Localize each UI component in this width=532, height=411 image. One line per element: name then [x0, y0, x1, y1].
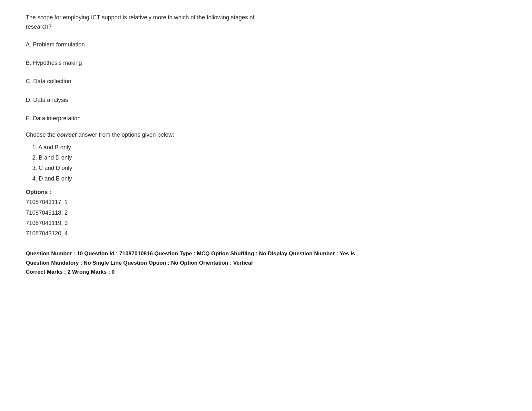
option-code-2: 71087043118. 2: [26, 208, 506, 218]
meta-info: Question Number : 10 Question Id : 71087…: [26, 249, 506, 277]
numbered-options: 1. A and B only 2. B and D only 3. C and…: [32, 142, 506, 184]
option-code-1: 71087043117. 1: [26, 197, 506, 207]
question-container: The scope for employing ICT support is r…: [26, 13, 506, 277]
option-e: E. Data interpretation: [26, 113, 506, 123]
option-c: C. Data collection: [26, 76, 506, 86]
question-line1: The scope for employing ICT support is r…: [26, 14, 254, 21]
numbered-option-1: 1. A and B only: [32, 142, 506, 152]
numbered-option-2: 2. B and D only: [32, 152, 506, 163]
numbered-option-3: 3. C and D only: [32, 163, 506, 173]
numbered-option-4: 4. D and E only: [32, 173, 506, 184]
meta-line1: Question Number : 10 Question Id : 71087…: [26, 249, 506, 259]
option-d: D. Data analysis: [26, 95, 506, 105]
option-code-3: 71087043119. 3: [26, 218, 506, 228]
choose-instruction: Choose the correct answer from the optio…: [26, 132, 506, 138]
options-section: Options : 71087043117. 1 71087043118. 2 …: [26, 189, 506, 239]
option-a: A. Problem formulation: [26, 39, 506, 50]
option-b: B. Hypothesis making: [26, 58, 506, 68]
options-label: Options :: [26, 189, 506, 196]
question-text: The scope for employing ICT support is r…: [26, 13, 506, 32]
option-code-4: 71087043120. 4: [26, 228, 506, 239]
meta-line3: Correct Marks : 2 Wrong Marks : 0: [26, 268, 506, 277]
meta-line2: Question Mandatory : No Single Line Ques…: [26, 259, 506, 268]
question-line2: research?: [26, 24, 52, 30]
